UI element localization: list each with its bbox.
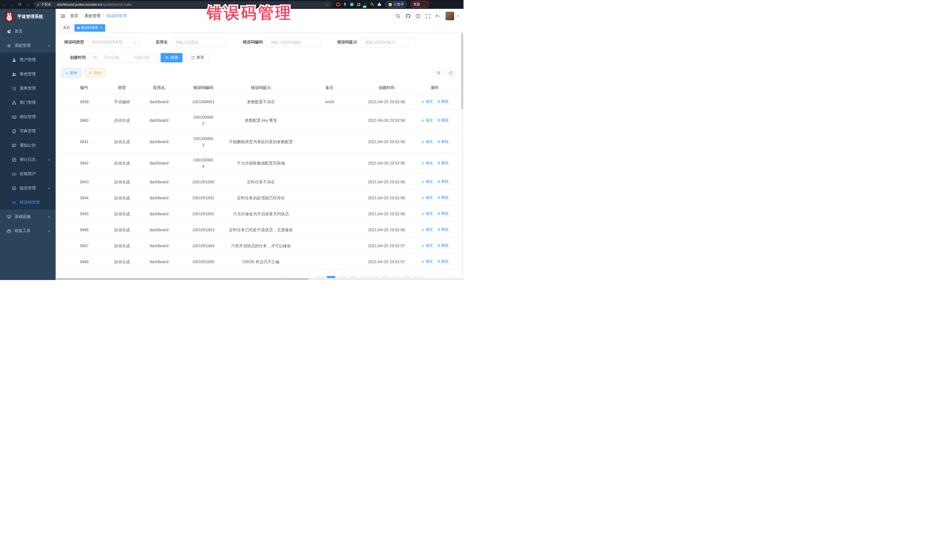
sidebar-item-部门管理[interactable]: 部门管理 <box>0 96 56 110</box>
menu-list-icon <box>12 87 17 91</box>
vertical-scrollbar-thumb[interactable] <box>461 33 463 109</box>
edit-link[interactable]: 修改 <box>421 242 433 249</box>
tag-首页[interactable]: 首页 <box>60 24 73 32</box>
sidebar-item-通知公告[interactable]: 通知公告 <box>0 138 56 153</box>
delete-link[interactable]: 删除 <box>437 226 449 233</box>
delete-link[interactable]: 删除 <box>437 211 449 217</box>
sidebar-item-首页[interactable]: 首页 <box>0 24 56 38</box>
search-button[interactable]: 搜索 <box>161 53 182 62</box>
delete-link[interactable]: 删除 <box>437 99 449 105</box>
edit-link[interactable]: 修改 <box>421 99 433 105</box>
delete-link[interactable]: 删除 <box>437 179 449 185</box>
extension-orange-ring-icon[interactable] <box>336 2 340 6</box>
sidebar-item-短信管理[interactable]: 短信管理∨ <box>0 181 56 195</box>
vertical-scrollbar[interactable] <box>461 33 463 277</box>
table-header-row: 编号类型应用名错误码编码错误码提示备注创建时间操作 <box>61 82 459 94</box>
horizontal-scrollbar[interactable] <box>56 278 464 280</box>
search-icon[interactable] <box>396 14 400 18</box>
table-row[interactable]: 3942自动生成dashboard1001000004不允许获取敏感配置到前端2… <box>61 153 459 174</box>
sidebar-item-菜单管理[interactable]: 菜单管理 <box>0 81 56 96</box>
toggle-search-button[interactable] <box>434 68 443 77</box>
sidebar-logo[interactable]: 芋道管理系统 <box>0 9 56 24</box>
extensions-puzzle-icon[interactable] <box>377 2 381 6</box>
date-range-picker[interactable]: 开始日期 - 结束日期 <box>90 53 157 62</box>
tag-错误码管理[interactable]: 错误码管理× <box>74 24 105 32</box>
sidebar-item-研发工具[interactable]: 研发工具∨ <box>0 224 56 238</box>
breadcrumb-item[interactable]: 系统管理 <box>84 14 100 18</box>
table-row[interactable]: 3944自动生成dashboard1001001001定时任务的处理器已经存在2… <box>61 190 459 206</box>
edit-link[interactable]: 修改 <box>421 117 433 123</box>
security-label[interactable]: 不安全 <box>41 2 54 7</box>
extension-blue-gem-icon[interactable] <box>343 2 347 6</box>
column-header: 编号 <box>61 82 107 94</box>
horizontal-scrollbar-thumb[interactable] <box>56 278 308 280</box>
sidebar-item-系统管理[interactable]: 系统管理∧ <box>0 38 56 53</box>
error-type-select[interactable]: 请选择错误码类型 ∨ <box>88 37 140 47</box>
cell-app: dashboard <box>137 131 181 153</box>
table-row[interactable]: 3943自动生成dashboard1001001000定时任务不存在2021-0… <box>61 174 459 190</box>
add-button[interactable]: + 新增 <box>61 68 81 77</box>
app-name-input[interactable] <box>172 38 226 47</box>
sidebar-item-用户管理[interactable]: 用户管理 <box>0 53 56 67</box>
end-date-placeholder[interactable]: 结束日期 <box>129 55 154 60</box>
hamburger-icon[interactable] <box>61 14 65 18</box>
table-row[interactable]: 3941自动生成dashboard1001000003不能删除类型为系统内置的参… <box>61 131 459 153</box>
extension-key-icon[interactable] <box>370 2 374 6</box>
refresh-button[interactable] <box>447 68 455 77</box>
start-date-placeholder[interactable]: 开始日期 <box>99 55 124 60</box>
extension-grid-icon[interactable] <box>357 2 361 6</box>
sidebar-item-角色管理[interactable]: 角色管理 <box>0 67 56 81</box>
sidebar-item-错误码管理[interactable]: 错误码管理 <box>0 195 56 209</box>
sidebar-item-审计日志[interactable]: 审计日志∨ <box>0 153 56 167</box>
extension-list-on-icon[interactable]: on <box>363 2 368 6</box>
reset-button[interactable]: 重置 <box>187 53 208 62</box>
table-row[interactable]: 3940自动生成dashboard1001000002参数配置 key 重复20… <box>61 110 459 131</box>
breadcrumb-item[interactable]: 错误码管理 <box>107 14 127 18</box>
question-icon[interactable]: ? <box>416 14 421 18</box>
edit-link[interactable]: 修改 <box>421 194 433 201</box>
error-hint-input[interactable] <box>362 38 415 47</box>
delete-link[interactable]: 删除 <box>437 160 449 166</box>
extension-green-v-icon[interactable] <box>350 2 354 6</box>
table-row[interactable]: 3939手动编辑dashboard1001000001参数配置不存在ceshi2… <box>61 94 459 110</box>
breadcrumb-item[interactable]: 首页 <box>70 14 78 18</box>
delete-link[interactable]: 删除 <box>437 258 449 265</box>
edit-link[interactable]: 修改 <box>421 138 433 145</box>
menu-dots-icon[interactable]: ⋮ <box>422 3 426 6</box>
delete-link[interactable]: 删除 <box>437 117 449 123</box>
fullscreen-icon[interactable] <box>426 14 430 18</box>
delete-link[interactable]: 删除 <box>437 194 449 201</box>
edit-link[interactable]: 修改 <box>421 179 433 185</box>
edit-link[interactable]: 修改 <box>421 160 433 166</box>
back-icon[interactable]: ← <box>0 2 8 7</box>
paused-extension-pill[interactable]: 已暂停 <box>385 1 407 8</box>
delete-link[interactable]: 删除 <box>437 138 449 145</box>
delete-link[interactable]: 删除 <box>437 242 449 249</box>
table-row[interactable]: 3945自动生成dashboard1001001002只允许修改为开启或者关闭状… <box>61 206 459 222</box>
home-icon[interactable]: ⌂ <box>24 2 32 7</box>
chevron-down-icon[interactable]: ▾ <box>457 14 459 18</box>
url-text[interactable]: dashboard.yudao.iocoder.cn/system/error-… <box>57 3 326 6</box>
edit-link[interactable]: 修改 <box>421 258 433 265</box>
edit-link[interactable]: 修改 <box>421 226 433 233</box>
export-button[interactable]: 导出 <box>84 68 105 77</box>
sidebar-item-字典管理[interactable]: 字典管理 <box>0 124 56 138</box>
cell-type: 自动生成 <box>107 206 137 222</box>
browser-update-button[interactable]: 更新 ⋮ <box>410 1 429 8</box>
table-row[interactable]: 3947自动生成dashboard1001001004只有开启状态的任务，才可以… <box>61 238 459 254</box>
table-row[interactable]: 3946自动生成dashboard1001001003定时任务已经处于该状态，无… <box>61 222 459 238</box>
sidebar-item-岗位管理[interactable]: 岗位管理 <box>0 110 56 124</box>
bookmark-star-icon[interactable]: ☆ <box>325 2 329 7</box>
reload-icon[interactable]: ⟳ <box>16 2 24 7</box>
close-icon[interactable]: × <box>100 26 102 30</box>
avatar[interactable] <box>445 12 454 20</box>
sidebar-item-基础设施[interactable]: 基础设施∨ <box>0 209 56 224</box>
address-bar[interactable]: ⚠ 不安全 dashboard.yudao.iocoder.cn/system/… <box>33 1 332 8</box>
edit-link[interactable]: 修改 <box>421 211 433 217</box>
github-icon[interactable] <box>406 14 410 18</box>
font-size-icon[interactable]: TT <box>436 14 441 18</box>
table-row[interactable]: 3948自动生成dashboard1001001005CRON 表达式不正确20… <box>61 254 459 270</box>
forward-icon[interactable]: → <box>8 2 16 7</box>
error-code-input[interactable] <box>267 38 321 47</box>
sidebar-item-在线用户[interactable]: 在线用户 <box>0 167 56 181</box>
